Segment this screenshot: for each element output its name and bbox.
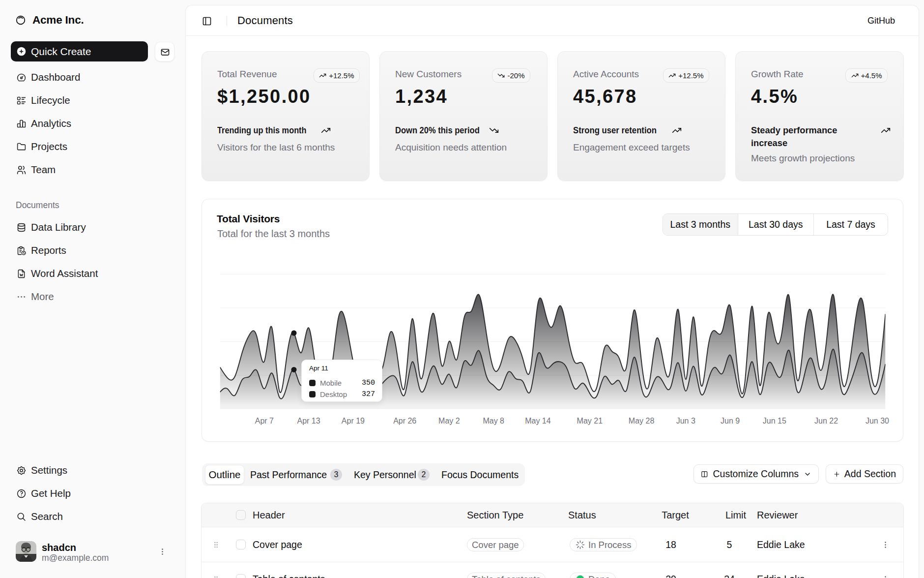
svg-text:Apr 26: Apr 26 bbox=[393, 417, 416, 425]
svg-text:May 2: May 2 bbox=[438, 417, 460, 425]
svg-text:May 14: May 14 bbox=[525, 417, 551, 425]
svg-text:Apr 13: Apr 13 bbox=[297, 417, 320, 425]
svg-text:Apr 19: Apr 19 bbox=[342, 417, 365, 425]
svg-text:May 21: May 21 bbox=[577, 417, 603, 425]
svg-text:May 8: May 8 bbox=[483, 417, 504, 425]
svg-text:Jun 22: Jun 22 bbox=[814, 417, 838, 425]
svg-text:Jun 15: Jun 15 bbox=[763, 417, 786, 425]
svg-text:Apr 7: Apr 7 bbox=[255, 417, 274, 425]
svg-text:Jun 9: Jun 9 bbox=[721, 417, 740, 425]
svg-text:May 28: May 28 bbox=[629, 417, 655, 425]
svg-text:Jun 30: Jun 30 bbox=[866, 417, 889, 425]
svg-text:Jun 3: Jun 3 bbox=[676, 417, 695, 425]
